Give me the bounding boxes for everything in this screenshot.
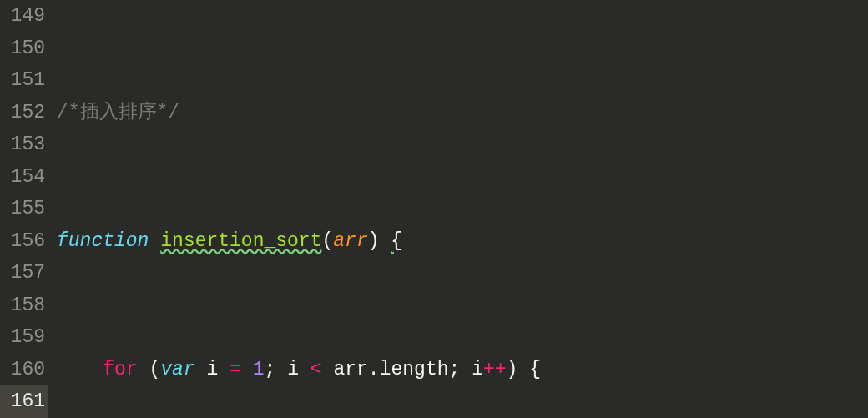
line-number: 150 xyxy=(0,33,48,65)
line-number: 155 xyxy=(0,193,48,225)
code-line[interactable]: function insertion_sort(arr) { xyxy=(57,225,868,258)
code-line[interactable]: /*插入排序*/ xyxy=(57,97,868,129)
line-number: 156 xyxy=(0,225,48,258)
code-area[interactable]: /*插入排序*/ function insertion_sort(arr) { … xyxy=(57,0,868,418)
line-number: 154 xyxy=(0,161,48,194)
line-number: 158 xyxy=(0,290,48,322)
line-number: 160 xyxy=(0,354,48,386)
code-line[interactable]: for (var i = 1; i < arr.length; i++) { xyxy=(57,354,868,386)
function-name: insertion_sort xyxy=(160,230,321,252)
code-editor[interactable]: 149 150 151 152 153 154 155 156 157 158 … xyxy=(0,0,868,418)
line-gutter: 149 150 151 152 153 154 155 156 157 158 … xyxy=(0,0,57,418)
line-number: 152 xyxy=(0,97,48,129)
line-number-active: 161 xyxy=(0,385,48,418)
keyword-function: function xyxy=(57,230,149,252)
line-number: 153 xyxy=(0,128,48,161)
line-number: 157 xyxy=(0,257,48,290)
line-number: 149 xyxy=(0,0,48,33)
line-number: 159 xyxy=(0,321,48,354)
line-number: 151 xyxy=(0,64,48,97)
parameter: arr xyxy=(333,230,367,252)
keyword-for: for xyxy=(103,359,137,380)
comment-token: /*插入排序*/ xyxy=(57,102,179,123)
